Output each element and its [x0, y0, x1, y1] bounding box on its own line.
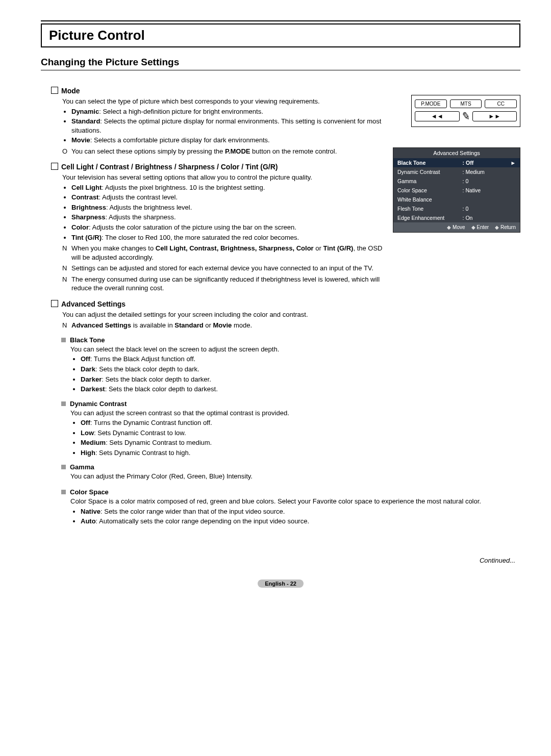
cell-note-1: N When you make changes to Cell Light, C…	[62, 244, 383, 262]
note-button-name: P.MODE	[225, 147, 251, 155]
mode-item-term: Dynamic	[71, 108, 99, 115]
remote-illustration: P.MODE MTS CC ◄◄ ✎ ►►	[411, 95, 520, 127]
list-term: Off	[81, 419, 90, 426]
osd-row-label: Edge Enhancement	[397, 215, 463, 221]
mode-heading: Mode	[51, 87, 383, 95]
list-term: Medium	[81, 439, 106, 446]
mode-item-term: Standard	[71, 117, 100, 125]
list-text: : Turns the Dynamic Contrast function of…	[90, 419, 212, 426]
chapter-title-box: Picture Control	[41, 23, 520, 47]
adv-desc: You can adjust the detailed settings for…	[62, 310, 383, 319]
gamma-desc: You can adjust the Primary Color (Red, G…	[70, 472, 383, 481]
list-term: Off	[81, 355, 90, 363]
cell-item-text: : The closer to Red 100, the more satura…	[102, 234, 299, 241]
mode-item-text: : Select a high-definition picture for b…	[99, 108, 263, 115]
osd-row: Edge Enhancement: On	[393, 213, 520, 222]
note-mark-icon: O	[62, 147, 71, 156]
note-bold: Cell Light, Contrast, Brightness, Sharpn…	[156, 244, 314, 252]
cell-item-term: Color	[71, 223, 89, 231]
dyn-contrast-desc: You can adjust the screen contrast so th…	[70, 409, 383, 418]
note-bold: Standard	[174, 321, 203, 329]
black-tone-desc: You can select the black level on the sc…	[70, 345, 383, 354]
gamma-heading: Gamma	[61, 463, 383, 471]
mode-list: Dynamic: Select a high-definition pictur…	[71, 107, 383, 145]
cell-item-text: : Adjusts the contrast level.	[98, 193, 178, 201]
list-text: : Turns the Black Adjust function off.	[90, 355, 195, 363]
cell-heading: Cell Light / Contrast / Brightness / Sha…	[51, 163, 383, 171]
cell-item-text: : Adjusts the sharpness.	[105, 213, 176, 221]
list-text: : Sets the black color depth to dark.	[95, 365, 199, 373]
osd-row: Dynamic Contrast: Medium	[393, 167, 520, 177]
osd-row-label: Gamma	[397, 178, 463, 184]
square-icon	[61, 338, 66, 342]
pointer-icon: ✎	[461, 110, 471, 123]
list-term: Dark	[81, 365, 95, 373]
note-text: mode.	[232, 321, 252, 329]
osd-title: Advanced Settings	[393, 148, 520, 158]
note-bold: Advanced Settings	[71, 321, 131, 329]
color-space-heading: Color Space	[61, 488, 520, 496]
osd-row-label: Black Tone	[397, 160, 463, 166]
osd-row: Gamma: 0	[393, 177, 520, 186]
remote-ff-button: ►►	[472, 111, 517, 121]
osd-foot-return: Return	[495, 224, 516, 230]
cell-item-term: Cell Light	[71, 184, 102, 191]
checkbox-icon	[51, 300, 58, 307]
cell-item-term: Tint (G/R)	[71, 234, 102, 241]
list-text: : Automatically sets the color range dep…	[96, 517, 309, 525]
continued-label: Continued...	[41, 557, 515, 564]
osd-row-value: : Medium	[463, 169, 516, 175]
square-icon	[61, 490, 66, 494]
cell-desc: Your television has several setting opti…	[62, 173, 383, 182]
square-icon	[61, 465, 66, 469]
subhead-text: Color Space	[70, 488, 109, 496]
section-title: Changing the Picture Settings	[41, 57, 520, 68]
osd-row-label: White Balance	[397, 196, 463, 203]
black-tone-heading: Black Tone	[61, 336, 383, 344]
osd-row-value: : On	[463, 215, 516, 221]
mode-heading-text: Mode	[61, 87, 80, 95]
list-text: : Sets Dynamic Contrast to low.	[94, 429, 186, 437]
note-text: or	[204, 321, 213, 329]
list-term: Low	[81, 429, 94, 437]
note-mark-icon: N	[62, 275, 71, 293]
list-term: High	[81, 449, 95, 457]
subhead-text: Gamma	[70, 463, 94, 471]
note-mark-icon: N	[62, 244, 71, 262]
page-number: English - 22	[258, 579, 304, 588]
mode-item-text: : Selects a comfortable picture display …	[90, 136, 270, 144]
note-bold: Tint (G/R)	[323, 244, 353, 252]
checkbox-icon	[51, 163, 58, 170]
adv-note: N Advanced Settings is available in Stan…	[62, 321, 383, 330]
mode-item-text: : Selects the optimal picture display fo…	[71, 117, 381, 134]
note-mark-icon: N	[62, 264, 71, 273]
note-text: is available in	[131, 321, 174, 329]
chapter-title: Picture Control	[49, 28, 512, 43]
list-term: Native	[81, 508, 101, 515]
note-text: Settings can be adjusted and stored for …	[71, 264, 383, 273]
cell-item-text: : Adjusts the pixel brightness. 10 is th…	[102, 184, 265, 191]
osd-foot-move: Move	[447, 224, 465, 230]
osd-row: Black Tone : Off ►	[393, 158, 520, 167]
mode-note: O You can select these options simply by…	[62, 147, 383, 156]
cell-item-text: : Adjusts the brightness level.	[106, 204, 192, 211]
note-text: You can select these options simply by p…	[71, 147, 225, 155]
remote-cc-button: CC	[485, 99, 517, 108]
remote-rewind-button: ◄◄	[415, 111, 460, 121]
cell-item-term: Contrast	[71, 193, 98, 201]
osd-row-value: : 0	[463, 178, 516, 184]
square-icon	[61, 401, 66, 406]
note-bold: Movie	[213, 321, 232, 329]
list-term: Auto	[81, 517, 96, 525]
osd-row: Flesh Tone: 0	[393, 204, 520, 213]
cell-item-term: Sharpness	[71, 213, 105, 221]
cell-item-text: : Adjusts the color saturation of the pi…	[89, 223, 296, 231]
dyn-contrast-list: Off: Turns the Dynamic Contrast function…	[81, 418, 383, 457]
osd-row-label: Color Space	[397, 187, 463, 193]
cell-list: Cell Light: Adjusts the pixel brightness…	[71, 183, 383, 242]
osd-row-value	[463, 196, 516, 203]
mode-desc: You can select the type of picture which…	[62, 97, 383, 106]
adv-heading-text: Advanced Settings	[61, 300, 126, 308]
chevron-right-icon: ►	[510, 160, 516, 166]
cell-heading-text: Cell Light / Contrast / Brightness / Sha…	[61, 163, 278, 171]
